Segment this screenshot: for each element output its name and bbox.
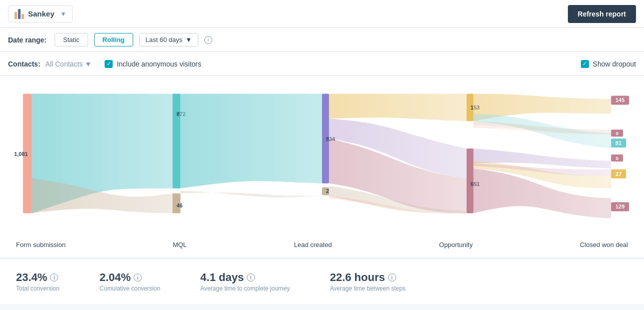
badge-label-0-1: 0 [615,130,618,136]
stage-closed-won: Closed won deal [580,241,628,248]
contacts-left: Contacts: All Contacts ▼ ✓ Include anony… [8,60,201,68]
stage-mql: MQL [173,241,187,248]
stage-labels: Form submission MQL Lead created Opportu… [0,241,644,256]
metric-total-conversion: 23.4% i Total conversion [16,271,60,292]
anonymous-visitors-label: Include anonymous visitors [117,60,201,68]
controls-bar: Date range: Static Rolling Last 60 days … [0,28,644,52]
flow-mql-to-lead-main [180,94,322,188]
metric-cumulative-conversion: 2.04% i Cumulative conversion [100,271,160,292]
chart-area: 1,081 872 46 834 2 153 651 [0,76,644,241]
node-label-lead-small: 2 [326,188,329,194]
flow-mql-to-lead-tan [180,191,322,198]
period-dropdown[interactable]: Last 60 days ▼ [139,33,199,46]
report-name: Sankey [28,10,55,18]
show-dropout-checkbox[interactable]: ✓ Show dropout [581,60,636,68]
report-selector[interactable]: Sankey ▼ [8,6,73,22]
checkbox-icon: ✓ [581,60,589,68]
avg-journey-time-label: Average time to complete journey [200,285,290,292]
static-button[interactable]: Static [55,33,88,46]
header-bar: Sankey ▼ Refresh report [0,0,644,28]
badge-label-129: 129 [615,204,624,210]
chevron-down-icon: ▼ [85,60,92,68]
node-mql[interactable] [172,94,180,188]
metric-avg-journey-time: 4.1 days i Average time to complete jour… [200,271,290,292]
chevron-down-icon: ▼ [185,36,192,44]
info-icon[interactable]: i [134,274,142,282]
info-icon[interactable]: i [247,274,255,282]
flow-lead-to-opp-gold [329,94,467,122]
cumulative-conversion-value: 2.04% [100,271,131,284]
node-label-mql-small: 46 [176,202,182,208]
badge-label-145: 145 [615,97,624,103]
checkbox-icon: ✓ [105,60,113,68]
anonymous-visitors-checkbox[interactable]: ✓ Include anonymous visitors [105,60,201,68]
stage-form-submission: Form submission [16,241,66,248]
avg-between-steps-label: Average time between steps [330,285,406,292]
badge-label-81: 81 [615,140,621,146]
contacts-bar: Contacts: All Contacts ▼ ✓ Include anony… [0,52,644,76]
info-icon[interactable]: i [388,274,396,282]
node-label-form-submission: 1,081 [14,151,28,157]
total-conversion-label: Total conversion [16,285,60,292]
show-dropout-label: Show dropout [593,60,636,68]
sankey-icon [15,9,24,19]
total-conversion-value: 23.4% [16,271,47,284]
metric-avg-between-steps: 22.6 hours i Average time between steps [330,271,406,292]
sankey-chart: 1,081 872 46 834 2 153 651 [8,86,636,226]
badge-label-0-2: 0 [615,156,618,161]
date-range-label: Date range: [8,36,47,44]
metrics-bar: 23.4% i Total conversion 2.04% i Cumulat… [0,258,644,304]
badge-label-27: 27 [615,171,621,177]
rolling-button[interactable]: Rolling [94,33,133,46]
info-icon[interactable]: i [50,274,58,282]
avg-journey-time-value: 4.1 days [200,271,244,284]
contacts-filter[interactable]: All Contacts ▼ [46,60,92,68]
chevron-down-icon: ▼ [61,10,67,18]
avg-between-steps-value: 22.6 hours [330,271,385,284]
refresh-report-button[interactable]: Refresh report [568,5,636,23]
stage-opportunity: Opportunity [439,241,473,248]
info-icon[interactable]: i [204,36,212,44]
stage-lead-created: Lead created [294,241,332,248]
contacts-label: Contacts: [8,60,41,68]
cumulative-conversion-label: Cumulative conversion [100,285,160,292]
